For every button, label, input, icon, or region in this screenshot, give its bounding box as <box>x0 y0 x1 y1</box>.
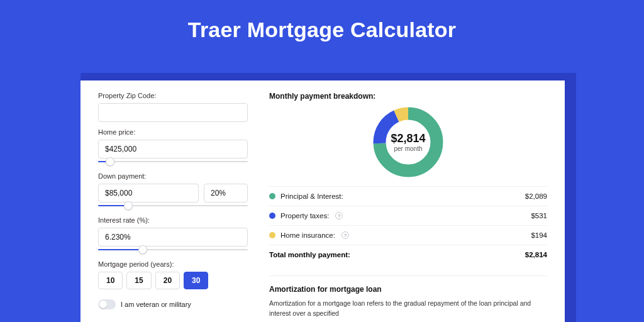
amortization-body: Amortization for a mortgage loan refers … <box>269 299 547 319</box>
total-label: Total monthly payment: <box>269 251 350 258</box>
period-buttons: 10152030 <box>98 272 248 289</box>
hero: Traer Mortgage Calculator <box>0 0 644 55</box>
period-btn-15[interactable]: 15 <box>126 272 151 289</box>
legend-dot-icon <box>269 213 275 219</box>
home-price-field: Home price: <box>98 128 248 166</box>
info-icon[interactable]: ? <box>335 212 343 219</box>
down-payment-input[interactable] <box>98 184 199 203</box>
donut-wrap: $2,814 per month <box>269 104 547 180</box>
down-payment-slider[interactable] <box>98 201 248 210</box>
donut-sublabel: per month <box>394 145 422 152</box>
interest-label: Interest rate (%): <box>98 216 248 224</box>
legend-label: Home insurance: <box>280 231 335 239</box>
donut-amount: $2,814 <box>391 132 425 145</box>
down-payment-field: Down payment: <box>98 172 248 210</box>
legend-value: $194 <box>531 231 547 239</box>
amortization-section: Amortization for mortgage loan Amortizat… <box>269 275 547 319</box>
form-panel: Property Zip Code: Home price: Down paym… <box>98 92 248 319</box>
breakdown-heading: Monthly payment breakdown: <box>269 92 547 101</box>
legend-dot-icon <box>269 232 275 238</box>
legend-row: Property taxes:?$531 <box>269 206 547 225</box>
total-row: Total monthly payment:$2,814 <box>269 245 547 264</box>
legend-row: Principal & Interest:$2,089 <box>269 186 547 206</box>
interest-field: Interest rate (%): <box>98 216 248 254</box>
period-field: Mortgage period (years): 10152030 <box>98 260 248 289</box>
donut-chart: $2,814 per month <box>370 104 446 180</box>
veteran-row: I am veteran or military <box>98 299 248 309</box>
home-price-input[interactable] <box>98 140 248 158</box>
period-btn-10[interactable]: 10 <box>98 272 123 289</box>
amortization-heading: Amortization for mortgage loan <box>269 285 547 294</box>
home-price-label: Home price: <box>98 128 248 136</box>
legend-label: Principal & Interest: <box>280 192 343 200</box>
veteran-toggle[interactable] <box>98 299 116 309</box>
period-btn-30[interactable]: 30 <box>184 272 208 289</box>
legend-value: $2,089 <box>525 192 547 200</box>
zip-input[interactable] <box>98 103 248 122</box>
total-value: $2,814 <box>525 251 547 258</box>
legend-dot-icon <box>269 193 275 199</box>
info-icon[interactable]: ? <box>341 231 349 239</box>
legend: Principal & Interest:$2,089Property taxe… <box>269 186 547 264</box>
interest-slider[interactable] <box>98 245 248 254</box>
zip-label: Property Zip Code: <box>98 92 248 99</box>
calculator-card: Property Zip Code: Home price: Down paym… <box>80 80 565 322</box>
interest-input[interactable] <box>98 228 248 247</box>
home-price-slider[interactable] <box>98 157 248 166</box>
zip-field: Property Zip Code: <box>98 92 248 122</box>
period-btn-20[interactable]: 20 <box>155 272 180 289</box>
period-label: Mortgage period (years): <box>98 260 248 268</box>
donut-center: $2,814 per month <box>370 104 446 180</box>
legend-label: Property taxes: <box>280 212 329 219</box>
breakdown-panel: Monthly payment breakdown: $2,814 per mo… <box>269 92 547 319</box>
veteran-label: I am veteran or military <box>121 301 191 308</box>
page-title: Traer Mortgage Calculator <box>0 18 644 42</box>
down-payment-label: Down payment: <box>98 172 248 180</box>
legend-row: Home insurance:?$194 <box>269 225 547 245</box>
legend-value: $531 <box>531 212 547 219</box>
down-payment-pct-input[interactable] <box>204 184 248 203</box>
